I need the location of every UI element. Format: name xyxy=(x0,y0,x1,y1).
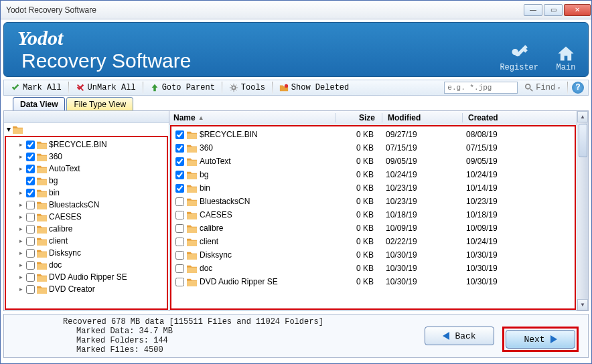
svg-point-0 xyxy=(232,86,235,89)
list-row[interactable]: AutoText0 KB09/05/1909/05/19 xyxy=(171,155,575,168)
tab-data-view[interactable]: Data View xyxy=(13,97,65,110)
tree-item-label: calibre xyxy=(49,224,72,234)
tree-item[interactable]: ▸calibre xyxy=(9,223,164,235)
maximize-button[interactable]: ▭ xyxy=(544,4,563,16)
list-row[interactable]: bin0 KB10/23/1910/14/19 xyxy=(171,181,575,195)
list-checkbox[interactable] xyxy=(175,157,184,166)
find-button[interactable]: Find ▾ xyxy=(522,82,563,94)
tree-checkbox[interactable] xyxy=(26,141,35,149)
goto-parent-button[interactable]: Goto Parent xyxy=(147,82,218,94)
mark-all-button[interactable]: Mark All xyxy=(8,82,64,94)
tab-file-type-view[interactable]: File Type View xyxy=(66,97,133,110)
tree-item-label: $RECYCLE.BIN xyxy=(49,140,107,149)
list-checkbox[interactable] xyxy=(175,171,184,179)
list-row[interactable]: Disksync0 KB10/30/1910/30/19 xyxy=(171,248,575,262)
tree-root[interactable]: ▾ xyxy=(4,123,169,135)
list-row[interactable]: doc0 KB10/30/1910/30/19 xyxy=(171,262,575,275)
tree-checkbox[interactable] xyxy=(26,261,35,270)
expand-icon[interactable]: ▸ xyxy=(18,142,24,148)
list-panel: Name▲ Size Modified Created $RECYCLE.BIN… xyxy=(169,111,588,310)
list-row[interactable]: $RECYCLE.BIN0 KB09/27/1908/08/19 xyxy=(171,128,575,141)
list-row[interactable]: calibre0 KB10/09/1910/09/19 xyxy=(171,221,575,235)
list-checkbox[interactable] xyxy=(175,278,184,286)
expand-icon[interactable]: ▸ xyxy=(18,274,24,280)
stat-marked-folders: Marked Folders: 144 xyxy=(63,336,323,345)
tree-item[interactable]: ▸DVD Audio Ripper SE xyxy=(9,271,164,283)
expand-icon[interactable] xyxy=(18,178,24,184)
list-checkbox[interactable] xyxy=(175,184,184,193)
expand-icon[interactable]: ▸ xyxy=(18,226,24,232)
next-button[interactable]: Next xyxy=(506,330,575,349)
tree-checkbox[interactable] xyxy=(26,273,35,282)
column-created[interactable]: Created xyxy=(463,113,577,122)
column-modified[interactable]: Modified xyxy=(382,113,463,122)
tree-item[interactable]: ▸BluestacksCN xyxy=(9,199,164,211)
expand-icon[interactable]: ▸ xyxy=(18,286,24,292)
list-checkbox[interactable] xyxy=(175,264,184,273)
list-item-size: 0 KB xyxy=(334,210,380,219)
minimize-button[interactable]: — xyxy=(524,4,542,16)
list-checkbox[interactable] xyxy=(175,224,184,233)
tree-checkbox[interactable] xyxy=(26,237,35,246)
tree-item[interactable]: ▸client xyxy=(9,235,164,247)
tree-item[interactable]: ▸CAESES xyxy=(9,211,164,223)
tree-item-label: AutoText xyxy=(49,164,80,173)
tree-item[interactable]: ▸360 xyxy=(9,151,164,163)
list-item-created: 10/18/19 xyxy=(461,210,575,219)
tree-checkbox[interactable] xyxy=(26,213,35,221)
column-size[interactable]: Size xyxy=(336,113,382,122)
help-button[interactable]: ? xyxy=(572,82,584,94)
expand-icon[interactable]: ▸ xyxy=(18,262,24,268)
tree-item[interactable]: bg xyxy=(9,175,164,187)
list-checkbox[interactable] xyxy=(175,197,184,206)
list-row[interactable]: 3600 KB07/15/1907/15/19 xyxy=(171,141,575,155)
tree-item[interactable]: ▸bin xyxy=(9,187,164,199)
scroll-thumb[interactable] xyxy=(579,124,587,157)
back-button[interactable]: Back xyxy=(425,327,494,345)
list-item-modified: 10/30/19 xyxy=(380,264,461,273)
tree-checkbox[interactable] xyxy=(26,201,35,209)
main-button[interactable]: Main xyxy=(556,44,576,72)
list-row[interactable]: BluestacksCN0 KB10/23/1910/23/19 xyxy=(171,195,575,208)
tree-checkbox[interactable] xyxy=(26,153,35,161)
scroll-up-button[interactable]: ▲ xyxy=(577,111,588,122)
tree-item[interactable]: ▸AutoText xyxy=(9,163,164,175)
list-row[interactable]: bg0 KB10/24/1910/24/19 xyxy=(171,168,575,181)
list-checkbox[interactable] xyxy=(175,211,184,219)
column-name[interactable]: Name▲ xyxy=(169,113,336,122)
tree-checkbox[interactable] xyxy=(26,285,35,294)
search-input[interactable] xyxy=(444,82,518,94)
expand-icon[interactable]: ▸ xyxy=(18,190,24,196)
list-row[interactable]: DVD Audio Ripper SE0 KB10/30/1910/30/19 xyxy=(171,275,575,288)
tree-item[interactable]: ▸$RECYCLE.BIN xyxy=(9,139,164,151)
tree-checkbox[interactable] xyxy=(26,189,35,197)
list-item-modified: 07/15/19 xyxy=(380,143,461,153)
register-button[interactable]: Register xyxy=(500,44,538,72)
tree-item[interactable]: ▸DVD Creator xyxy=(9,283,164,295)
list-item-size: 0 KB xyxy=(334,197,380,206)
show-deleted-button[interactable]: Show Deleted xyxy=(277,82,352,94)
tools-button[interactable]: Tools xyxy=(226,82,268,94)
expand-icon[interactable]: ▸ xyxy=(18,250,24,256)
list-checkbox[interactable] xyxy=(175,238,184,246)
tree-item[interactable]: ▸doc xyxy=(9,259,164,271)
list-row[interactable]: client0 KB02/22/1910/24/19 xyxy=(171,235,575,248)
tree-item[interactable]: ▸Disksync xyxy=(9,247,164,259)
list-checkbox[interactable] xyxy=(175,130,184,139)
list-checkbox[interactable] xyxy=(175,144,184,153)
list-checkbox[interactable] xyxy=(175,251,184,260)
expand-icon[interactable]: ▸ xyxy=(18,154,24,160)
close-button[interactable]: ✕ xyxy=(564,4,591,16)
tree-checkbox[interactable] xyxy=(26,177,35,185)
tree-checkbox[interactable] xyxy=(26,225,35,234)
unmark-all-button[interactable]: UnMark All xyxy=(73,82,139,94)
tree-checkbox[interactable] xyxy=(26,165,35,173)
expand-icon[interactable]: ▸ xyxy=(18,202,24,208)
expand-icon[interactable]: ▸ xyxy=(18,166,24,172)
list-row[interactable]: CAESES0 KB10/18/1910/18/19 xyxy=(171,208,575,221)
expand-icon[interactable]: ▸ xyxy=(18,214,24,220)
scroll-down-button[interactable]: ▼ xyxy=(577,299,588,310)
vertical-scrollbar[interactable]: ▲ ▼ xyxy=(577,111,588,310)
tree-checkbox[interactable] xyxy=(26,249,35,258)
expand-icon[interactable]: ▸ xyxy=(18,238,24,244)
